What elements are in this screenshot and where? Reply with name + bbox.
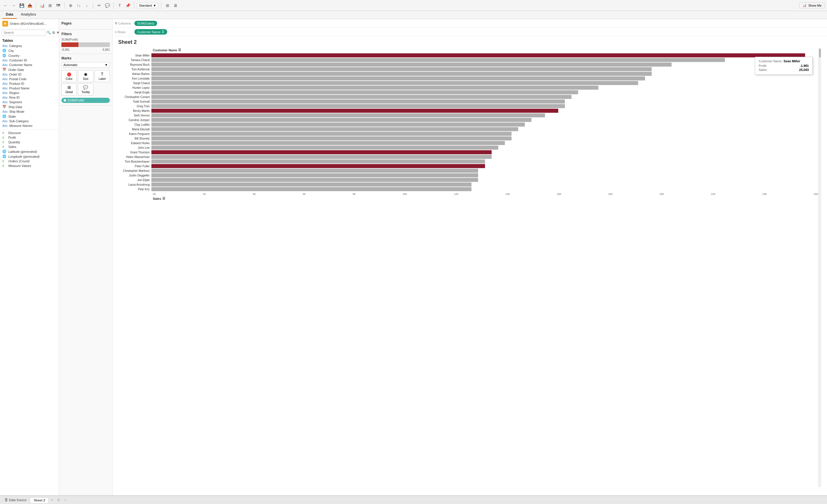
field-ship-mode[interactable]: AbcShip Mode	[0, 109, 59, 114]
data-tab[interactable]: Data	[2, 11, 17, 19]
field-measure-values[interactable]: #Measure Values	[0, 163, 59, 168]
x-axis-label: 0K	[153, 193, 156, 196]
search-input[interactable]	[2, 30, 46, 36]
bar-track[interactable]	[151, 136, 818, 140]
columns-sum-sales-pill[interactable]: SUM(Sales)	[134, 21, 157, 26]
sort-asc-icon[interactable]: ↑↓	[76, 2, 82, 9]
bar-track[interactable]	[151, 178, 818, 182]
bar-track[interactable]	[151, 187, 818, 191]
sort-sheets-button[interactable]: ↕	[62, 497, 68, 503]
data-source-tab[interactable]: 🗄 Data Source	[1, 497, 30, 503]
map-icon[interactable]: 🗺	[55, 2, 61, 9]
bar-track[interactable]	[151, 146, 818, 150]
field-row-id[interactable]: AbcRow ID	[0, 95, 59, 100]
bar-track[interactable]	[151, 95, 818, 99]
field-discount[interactable]: #Discount	[0, 131, 59, 135]
bar-chart-icon[interactable]: 📊	[39, 2, 45, 9]
marks-size-button[interactable]: ◉ Size	[78, 70, 93, 82]
presentation-icon[interactable]: 🖥	[173, 2, 179, 9]
sheet2-tab[interactable]: Sheet 2	[30, 497, 49, 503]
table-icon[interactable]: ⊞	[47, 2, 53, 9]
pin-icon[interactable]: 📌	[125, 2, 131, 9]
marks-detail-button[interactable]: ⊞ Detail	[61, 83, 77, 95]
field-category[interactable]: AbcCategory	[0, 44, 59, 48]
view-toggle-icon[interactable]: ⊞	[52, 31, 55, 35]
bar-track[interactable]	[151, 109, 818, 113]
field-orders-count[interactable]: #Orders (Count)	[0, 159, 59, 163]
standard-dropdown[interactable]: Standard ▼	[137, 3, 158, 8]
field-sub-category[interactable]: AbcSub-Category	[0, 119, 59, 123]
bar-track[interactable]	[151, 122, 818, 127]
marks-type-dropdown[interactable]: Automatic ▼	[61, 62, 110, 68]
field-country[interactable]: 🌐Country	[0, 53, 59, 58]
field-quantity[interactable]: #Quantity	[0, 140, 59, 144]
show-me-button[interactable]: 📊 Show Me	[799, 2, 825, 8]
sort-icon[interactable]: ▼	[56, 31, 59, 35]
bar-track[interactable]	[151, 86, 818, 90]
field-customer-name[interactable]: AbcCustomer Name	[0, 62, 59, 67]
bar-track[interactable]	[151, 183, 818, 187]
marks-label-button[interactable]: T Label	[95, 70, 110, 82]
field-region[interactable]: AbcRegion	[0, 91, 59, 95]
field-product-name[interactable]: AbcProduct Name	[0, 86, 59, 91]
marks-sum-profit-pill[interactable]: SUM(Profit)	[61, 98, 110, 103]
bar-fill	[151, 178, 478, 182]
field-segment[interactable]: AbcSegment	[0, 100, 59, 104]
field-product-id[interactable]: AbcProduct ID	[0, 81, 59, 86]
bar-track[interactable]	[151, 62, 818, 66]
text-icon[interactable]: T	[116, 2, 123, 9]
nav-back-button[interactable]: ←	[2, 2, 9, 9]
duplicate-sheet-button[interactable]: ⎘	[55, 497, 62, 503]
group-icon[interactable]: ⊕	[67, 2, 74, 9]
bar-track[interactable]	[151, 99, 818, 103]
field-latitude[interactable]: 🌐Latitude (generated)	[0, 149, 59, 154]
search-icon[interactable]: 🔍	[47, 31, 51, 35]
bar-track[interactable]	[151, 141, 818, 145]
data-source-row[interactable]: ⊞ Orders (8GnVWvcdEei5...	[0, 19, 59, 29]
tooltip-icon[interactable]: 💬	[104, 2, 110, 9]
nav-forward-button[interactable]: →	[10, 2, 17, 9]
field-city[interactable]: 🌐City	[0, 48, 59, 53]
bar-track[interactable]	[151, 72, 818, 76]
analytics-tab[interactable]: Analytics	[17, 11, 40, 19]
sort-desc-icon[interactable]: ↓	[84, 2, 90, 9]
field-profit[interactable]: #Profit	[0, 135, 59, 140]
publish-button[interactable]: 📤	[27, 2, 33, 9]
bar-track[interactable]	[151, 164, 818, 168]
bar-track[interactable]	[151, 150, 818, 154]
bar-track[interactable]	[151, 58, 818, 62]
bar-track[interactable]	[151, 159, 818, 163]
save-button[interactable]: 💾	[18, 2, 25, 9]
chart-header-sort-icon[interactable]: ☰	[178, 48, 181, 52]
bar-track[interactable]	[151, 132, 818, 136]
field-state[interactable]: 🌐State	[0, 114, 59, 119]
field-customer-id[interactable]: AbcCustomer ID	[0, 58, 59, 62]
field-order-date[interactable]: 📅Order Date	[0, 67, 59, 72]
bar-track[interactable]	[151, 118, 818, 122]
field-order-id[interactable]: AbcOrder ID	[0, 72, 59, 77]
field-postal-code[interactable]: AbcPostal Code	[0, 77, 59, 81]
bar-track[interactable]	[151, 77, 818, 81]
bar-track[interactable]	[151, 53, 818, 57]
bar-track[interactable]	[151, 173, 818, 177]
axis-bottom-sort-icon[interactable]: ☰	[162, 197, 165, 200]
rows-customer-name-pill[interactable]: Customer Name ☰	[134, 29, 167, 35]
bar-track[interactable]	[151, 169, 818, 173]
highlight-icon[interactable]: ✏	[96, 2, 102, 9]
field-ship-date[interactable]: 📅Ship Date	[0, 104, 59, 109]
field-sales[interactable]: #Sales	[0, 144, 59, 149]
bar-track[interactable]	[151, 113, 818, 117]
bar-track[interactable]	[151, 81, 818, 85]
bar-track[interactable]	[151, 67, 818, 71]
add-sheet-button[interactable]: +	[49, 497, 55, 503]
bar-track[interactable]	[151, 90, 818, 94]
field-measure-names[interactable]: AbcMeasure Names	[0, 123, 59, 128]
marks-color-button[interactable]: ⬤ Color	[61, 70, 77, 82]
bar-track[interactable]	[151, 104, 818, 108]
chart-scrollbar[interactable]	[818, 48, 821, 487]
grid-icon[interactable]: ⊞	[164, 2, 171, 9]
marks-tooltip-button[interactable]: 💬 Tooltip	[78, 83, 93, 95]
field-longitude[interactable]: 🌐Longitude (generated)	[0, 154, 59, 159]
bar-track[interactable]	[151, 155, 818, 159]
bar-track[interactable]	[151, 127, 818, 131]
